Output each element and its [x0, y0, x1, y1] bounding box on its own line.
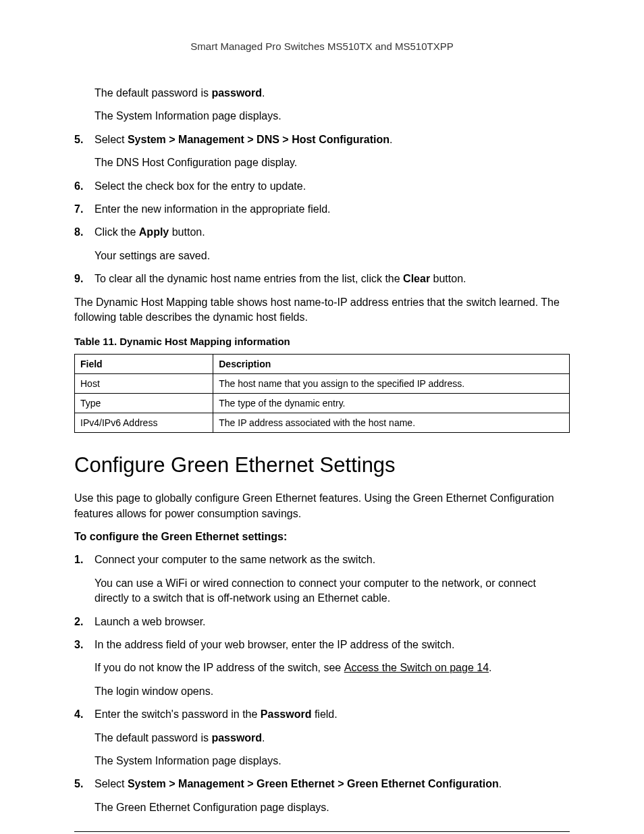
step-9: 9. To clear all the dynamic host name en… — [74, 271, 570, 286]
footer-rule: Configure System Information 47 User Man… — [74, 831, 570, 834]
step-number: 1. — [74, 552, 95, 606]
password-bold: password — [211, 732, 262, 744]
step-sub: Your settings are saved. — [95, 249, 570, 263]
text: The default password is — [95, 87, 211, 99]
table-row: IPv4/IPv6 Address The IP address associa… — [75, 413, 570, 433]
dynamic-host-table: Field Description Host The host name tha… — [74, 354, 570, 433]
step-5: 5. Select System > Management > DNS > Ho… — [74, 132, 570, 171]
section-title: Configure Green Ethernet Settings — [74, 453, 570, 477]
col-field: Field — [75, 355, 213, 374]
text: . — [262, 732, 265, 744]
text: Click the — [95, 226, 139, 238]
text: . — [390, 134, 392, 145]
step-7: 7. Enter the new information in the appr… — [74, 202, 570, 217]
text: . — [499, 778, 502, 789]
cell-field: Type — [75, 394, 213, 413]
step-sub: You can use a WiFi or wired connection t… — [95, 576, 570, 606]
step-text: Select the check box for the entry to up… — [95, 179, 570, 194]
text: If you do not know the IP address of the… — [95, 662, 344, 673]
table-caption: Table 11. Dynamic Host Mapping informati… — [74, 336, 570, 347]
cell-desc: The IP address associated with the host … — [213, 413, 570, 433]
text: Select — [95, 134, 128, 145]
step-sub2: The System Information page displays. — [95, 754, 570, 768]
col-description: Description — [213, 355, 570, 374]
step-number: 5. — [74, 132, 95, 171]
step2-2: 2. Launch a web browser. — [74, 615, 570, 629]
text: The default password is — [95, 732, 211, 744]
table-row: Type The type of the dynamic entry. — [75, 394, 570, 413]
menu-path: System > Management > Green Ethernet > G… — [128, 778, 499, 789]
text: . — [489, 662, 491, 673]
text: To clear all the dynamic host name entri… — [95, 273, 403, 284]
dynamic-host-desc: The Dynamic Host Mapping table shows hos… — [74, 295, 570, 325]
step-sub2: The login window opens. — [95, 684, 570, 699]
cell-field: Host — [75, 374, 213, 394]
step-number: 5. — [74, 777, 95, 815]
clear-bold: Clear — [403, 273, 430, 284]
text: . — [262, 87, 265, 99]
step-number: 3. — [74, 637, 95, 699]
step-sub: The default password is password. — [95, 731, 570, 746]
step-number: 7. — [74, 202, 95, 217]
step-number: 2. — [74, 615, 95, 629]
text: button. — [169, 226, 205, 238]
step-text: In the address field of your web browser… — [95, 639, 454, 650]
page-header: Smart Managed Pro Switches MS510TX and M… — [74, 41, 570, 52]
step-number: 4. — [74, 707, 95, 768]
step-text: Launch a web browser. — [95, 615, 570, 629]
menu-path: System > Management > DNS > Host Configu… — [128, 134, 390, 145]
password-bold: password — [211, 87, 262, 99]
step-sub: The Green Ethernet Configuration page di… — [95, 800, 570, 815]
text: button. — [430, 273, 466, 284]
step2-4: 4. Enter the switch's password in the Pa… — [74, 707, 570, 768]
step-number: 6. — [74, 179, 95, 194]
step2-3: 3. In the address field of your web brow… — [74, 637, 570, 699]
cell-desc: The type of the dynamic entry. — [213, 394, 570, 413]
sysinfo-line: The System Information page displays. — [95, 109, 570, 124]
section-intro: Use this page to globally configure Gree… — [74, 491, 570, 521]
table-header-row: Field Description — [75, 355, 570, 374]
default-pw-line: The default password is password. — [95, 86, 570, 101]
step-8: 8. Click the Apply button. Your settings… — [74, 225, 570, 263]
text: Select — [95, 778, 128, 789]
text: Enter the switch's password in the — [95, 708, 261, 720]
access-switch-link[interactable]: Access the Switch on page 14 — [344, 662, 489, 673]
procedure-lead: To configure the Green Ethernet settings… — [74, 529, 570, 544]
step-number: 8. — [74, 225, 95, 263]
step-text: Connect your computer to the same networ… — [95, 554, 375, 565]
table-row: Host The host name that you assign to th… — [75, 374, 570, 394]
step2-5: 5. Select System > Management > Green Et… — [74, 777, 570, 815]
step2-1: 1. Connect your computer to the same net… — [74, 552, 570, 606]
apply-bold: Apply — [139, 226, 169, 238]
step-sub: If you do not know the IP address of the… — [95, 660, 570, 675]
text: field. — [311, 708, 337, 720]
step-6: 6. Select the check box for the entry to… — [74, 179, 570, 194]
step-text: Enter the new information in the appropr… — [95, 202, 570, 217]
cell-desc: The host name that you assign to the spe… — [213, 374, 570, 394]
step-sub: The DNS Host Configuration page display. — [95, 155, 570, 170]
step-number: 9. — [74, 271, 95, 286]
cell-field: IPv4/IPv6 Address — [75, 413, 213, 433]
password-field-bold: Password — [261, 708, 312, 720]
